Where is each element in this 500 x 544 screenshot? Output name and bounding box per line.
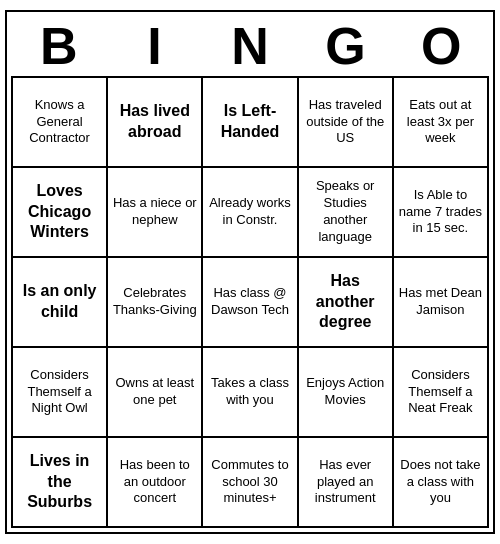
header-letter-N: N bbox=[205, 20, 295, 72]
bingo-cell-4[interactable]: Eats out at least 3x per week bbox=[394, 78, 489, 168]
bingo-cell-2[interactable]: Is Left-Handed bbox=[203, 78, 298, 168]
bingo-cell-20[interactable]: Lives in the Suburbs bbox=[13, 438, 108, 528]
bingo-cell-22[interactable]: Commutes to school 30 minutes+ bbox=[203, 438, 298, 528]
bingo-cell-10[interactable]: Is an only child bbox=[13, 258, 108, 348]
bingo-cell-12[interactable]: Has class @ Dawson Tech bbox=[203, 258, 298, 348]
bingo-cell-7[interactable]: Already works in Constr. bbox=[203, 168, 298, 258]
bingo-cell-14[interactable]: Has met Dean Jamison bbox=[394, 258, 489, 348]
bingo-cell-9[interactable]: Is Able to name 7 trades in 15 sec. bbox=[394, 168, 489, 258]
bingo-cell-24[interactable]: Does not take a class with you bbox=[394, 438, 489, 528]
bingo-cell-0[interactable]: Knows a General Contractor bbox=[13, 78, 108, 168]
bingo-cell-13[interactable]: Has another degree bbox=[299, 258, 394, 348]
bingo-cell-21[interactable]: Has been to an outdoor concert bbox=[108, 438, 203, 528]
bingo-cell-6[interactable]: Has a niece or nephew bbox=[108, 168, 203, 258]
bingo-cell-19[interactable]: Considers Themself a Neat Freak bbox=[394, 348, 489, 438]
header-letter-O: O bbox=[396, 20, 486, 72]
bingo-card: BINGO Knows a General ContractorHas live… bbox=[5, 10, 495, 534]
bingo-cell-17[interactable]: Takes a class with you bbox=[203, 348, 298, 438]
header-letter-G: G bbox=[301, 20, 391, 72]
bingo-cell-16[interactable]: Owns at least one pet bbox=[108, 348, 203, 438]
bingo-cell-3[interactable]: Has traveled outside of the US bbox=[299, 78, 394, 168]
bingo-cell-11[interactable]: Celebrates Thanks-Giving bbox=[108, 258, 203, 348]
header-letter-I: I bbox=[109, 20, 199, 72]
header-letter-B: B bbox=[14, 20, 104, 72]
bingo-cell-15[interactable]: Considers Themself a Night Owl bbox=[13, 348, 108, 438]
bingo-cell-1[interactable]: Has lived abroad bbox=[108, 78, 203, 168]
bingo-cell-23[interactable]: Has ever played an instrument bbox=[299, 438, 394, 528]
bingo-grid: Knows a General ContractorHas lived abro… bbox=[11, 76, 489, 528]
bingo-cell-5[interactable]: Loves Chicago Winters bbox=[13, 168, 108, 258]
bingo-header: BINGO bbox=[11, 16, 489, 76]
bingo-cell-8[interactable]: Speaks or Studies another language bbox=[299, 168, 394, 258]
bingo-cell-18[interactable]: Enjoys Action Movies bbox=[299, 348, 394, 438]
